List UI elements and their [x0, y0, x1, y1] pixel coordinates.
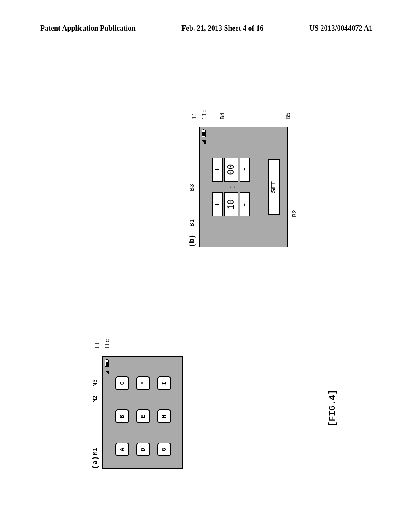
minute-plus-button[interactable]: +: [212, 158, 223, 182]
svg-rect-3: [105, 370, 109, 370]
callout-b2: B2: [292, 210, 298, 217]
svg-rect-1: [107, 372, 109, 373]
svg-rect-4: [204, 143, 206, 144]
battery-icon: [202, 130, 206, 137]
callout-m3: M3: [92, 379, 99, 387]
minute-value: 00: [224, 158, 238, 182]
figure-4: (a) M1 M2 M3 11 11c A B: [48, 73, 363, 435]
hour-plus-button[interactable]: +: [212, 192, 223, 216]
callout-11-a: 11: [94, 342, 101, 349]
panel-b: (b) B1 B3 11 11c B4 B2 B5: [188, 127, 288, 247]
minute-column: + 00 -: [212, 158, 250, 182]
header-right: US 2013/0044072 A1: [309, 24, 373, 33]
menu-grid: A B C D E F G H I: [103, 357, 179, 468]
menu-item-i[interactable]: I: [157, 376, 171, 390]
callout-b5: B5: [285, 112, 292, 120]
battery-icon: [105, 360, 109, 367]
callout-11c-a: 11c: [104, 339, 111, 350]
status-bar-a: [105, 360, 109, 374]
device-screen-b: + 10 - .. + 00 - SET: [199, 127, 288, 247]
hour-minus-button[interactable]: -: [240, 192, 250, 216]
menu-item-b[interactable]: B: [115, 409, 129, 423]
menu-item-d[interactable]: D: [136, 443, 150, 456]
callout-m2: M2: [92, 395, 99, 403]
menu-item-e[interactable]: E: [136, 409, 150, 423]
header-center: Feb. 21, 2013 Sheet 4 of 16: [181, 24, 263, 33]
menu-item-a[interactable]: A: [115, 443, 129, 456]
menu-item-c[interactable]: C: [115, 376, 129, 390]
callout-11c-b: 11c: [201, 109, 208, 120]
callout-b4: B4: [219, 112, 226, 120]
svg-rect-7: [202, 140, 206, 141]
menu-item-g[interactable]: G: [157, 443, 171, 456]
callout-b3: B3: [189, 184, 196, 191]
hour-value: 10: [224, 192, 238, 216]
set-button[interactable]: SET: [268, 159, 280, 215]
hour-column: + 10 -: [212, 192, 250, 216]
menu-item-h[interactable]: H: [157, 409, 171, 423]
status-bar-b: [202, 130, 206, 144]
svg-rect-6: [203, 141, 206, 142]
panel-a-wrapper: M1 M2 M3 11 11c A B C: [102, 356, 183, 469]
callout-11-b: 11: [191, 112, 198, 120]
header-left: Patent Application Publication: [40, 24, 136, 33]
svg-rect-5: [204, 142, 206, 143]
signal-icon: [105, 368, 109, 374]
panel-b-wrapper: B1 B3 11 11c B4 B2 B5: [199, 127, 288, 247]
device-screen-a: A B C D E F G H I: [102, 356, 183, 469]
minute-minus-button[interactable]: -: [240, 158, 250, 182]
figure-label: [FIG.4]: [327, 389, 337, 426]
svg-rect-2: [106, 371, 109, 372]
callout-b1: B1: [189, 219, 196, 227]
svg-rect-0: [108, 373, 109, 374]
callout-m1: M1: [92, 448, 99, 455]
menu-item-f[interactable]: F: [136, 376, 150, 390]
time-setter: + 10 - .. + 00 -: [212, 127, 250, 247]
panel-a: (a) M1 M2 M3 11 11c A B: [91, 356, 183, 469]
time-separator: ..: [227, 185, 235, 189]
signal-icon: [202, 139, 206, 144]
